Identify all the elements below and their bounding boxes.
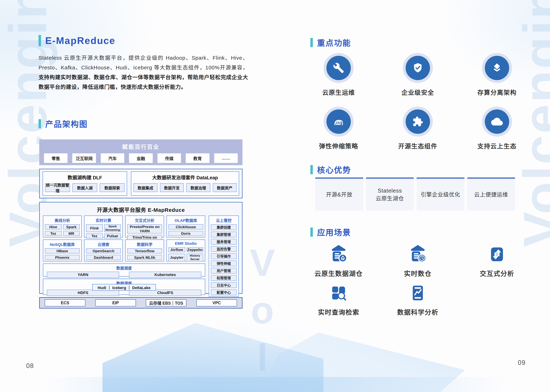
advantage-card: 开源&开放 [315, 177, 363, 210]
industries-band: 赋能百行百业 零售 泛互联网 汽车 金融 传媒 教育 …… [39, 140, 242, 165]
dlf-items: 统一元数据管理 数据入湖 数据探索 [45, 183, 125, 192]
architecture-heading: 产品架构图 [38, 118, 88, 129]
scenario-label: 实时查询检索 [318, 307, 359, 317]
table-format-chip: Hudi ｜ Iceberg ｜ DeltaLake [92, 284, 156, 291]
industry-item: 传媒 [158, 153, 181, 163]
component-chip: Zeppelin [187, 247, 203, 252]
emr-groups-row-2: NoSQL数据库 HBase Phoenix 云搜索 OpenSearch Da… [43, 239, 205, 261]
scenario-label: 实时数仓 [404, 268, 432, 278]
component-chip: OpenSearch [86, 248, 121, 253]
feature-elastic-scaling: 弹性伸缩策略 [299, 107, 378, 150]
product-intro: Stateless 云原生开源大数据平台，提供企业级的 Hadoop、Spark… [38, 53, 248, 92]
component-chip: Doris [168, 231, 203, 236]
intro-text-bold: 支持构建实时数据湖、数据仓库、湖仓一体等数据平台架构，帮助用户轻松完成企业大数据… [38, 74, 248, 90]
scheduling-box: 数据调度 YARN Kubernetes [43, 264, 205, 277]
component-chip: Airflow [168, 247, 185, 252]
dlf-item: 数据入湖 [72, 183, 97, 192]
scenarios-grid: 云原生数据湖仓 实时数仓 [299, 243, 536, 317]
group-title: EMR Studio [168, 241, 203, 246]
scenario-label: 交互式分析 [480, 268, 514, 278]
architecture-heading-text: 产品架构图 [45, 118, 88, 129]
scenarios-heading-text: 应用场景 [317, 226, 351, 238]
scenario-data-science: 数据科学分析 [378, 282, 457, 317]
nosql-database-group: NoSQL数据库 HBase Phoenix [43, 239, 82, 261]
feature-enterprise-security: 企业级安全 [378, 53, 457, 97]
dataleap-items: 数据集成 数据开发 数据治理 数据资产 [133, 183, 237, 192]
dataleap-item: 数据开发 [160, 183, 184, 192]
swap-arrows-icon [488, 245, 506, 264]
scheduling-title: 数据调度 [45, 265, 203, 271]
component-chip: Spark [63, 224, 80, 230]
component-chip: Kubernetes [129, 272, 201, 278]
warehouse-clock-icon [408, 244, 428, 264]
control-chip: 服务管理 [211, 239, 237, 245]
control-chip: 弹性伸缩 [211, 260, 237, 266]
cloud-icon [491, 116, 503, 127]
dataleap-item: 数据集成 [133, 183, 157, 192]
component-chip: MR [63, 231, 80, 236]
group-title: 实时计算 [86, 217, 121, 223]
component-chip: HBase [45, 248, 80, 253]
component-chip: Tez [86, 233, 103, 238]
product-title-heading: E-MapReduce [38, 35, 116, 46]
group-title: 交互式分析 [127, 217, 162, 223]
accent-bar-icon [310, 228, 313, 237]
data-tools-row: 数据湖构建 DLF 统一元数据管理 数据入湖 数据探索 大数据研发治理套件 Da… [39, 169, 242, 198]
group-title: OLAP数据库 [168, 217, 203, 223]
advantages-heading: 核心优势 [310, 164, 351, 175]
feature-open-source-ecosystem: 开源生态组件 [378, 107, 457, 150]
advantage-card: Stateless 云原生湖仓 [366, 177, 414, 210]
industries-row: 零售 泛互联网 汽车 金融 传媒 教育 …… [44, 153, 238, 163]
industry-item: 教育 [186, 153, 209, 163]
advantage-card: 引擎企业级优化 [417, 177, 464, 210]
features-heading: 重点功能 [310, 37, 351, 48]
feature-label: 弹性伸缩策略 [319, 141, 358, 150]
intro-text: Stateless 云原生开源大数据平台，提供企业级的 Hadoop、Spark… [38, 55, 248, 70]
spring-coil-icon [333, 116, 344, 127]
component-chip: Flink [86, 224, 103, 232]
dlf-title: 数据湖构建 DLF [45, 174, 125, 181]
control-chip: 日志中心 [211, 282, 237, 288]
component-chip: Phoenix [45, 255, 80, 260]
feature-label: 存算分离架构 [477, 88, 517, 97]
features-heading-text: 重点功能 [317, 37, 351, 48]
emr-body: 离线分析 Hive Spark Tez MR 实时计算 Flink [43, 216, 239, 297]
industry-item: …… [214, 153, 238, 163]
industries-band-title: 赋能百行百业 [39, 140, 242, 150]
industry-item: 金融 [129, 153, 152, 163]
feature-label: 支持云上生态 [477, 141, 517, 150]
scenario-realtime-warehouse: 实时数仓 [378, 243, 457, 278]
scenarios-heading: 应用场景 [310, 226, 351, 238]
group-title: NoSQL数据库 [45, 241, 80, 247]
cloud-control-title: 云上管控 [211, 217, 237, 223]
group-title: 数据科学 [127, 241, 162, 247]
scenario-cloud-native-lakehouse: 云原生数据湖仓 [299, 243, 378, 278]
dlf-item: 数据探索 [100, 183, 125, 192]
background-bottom-band [0, 377, 550, 392]
component-chip: Dashboard [86, 255, 121, 260]
component-chip: Spark MLlib [127, 255, 162, 260]
dataleap-box: 大数据研发治理套件 DataLeap 数据集成 数据开发 数据治理 数据资产 [131, 171, 239, 196]
control-chip: 引导操作 [211, 253, 237, 259]
puzzle-icon [412, 116, 423, 127]
accent-bar-icon [310, 38, 313, 47]
component-chip: Tensorflow [127, 248, 162, 253]
group-title: 云搜索 [86, 241, 121, 247]
olap-database-group: OLAP数据库 ClickHouse Doris [166, 216, 205, 237]
scenario-interactive-analysis: 交互式分析 [457, 243, 536, 278]
dlf-item: 统一元数据管理 [45, 183, 70, 192]
control-chip: 监控告警 [211, 246, 237, 252]
dataleap-item: 数据治理 [186, 183, 210, 192]
advantages-row: 开源&开放 Stateless 云原生湖仓 引擎企业级优化 云上便捷运维 [315, 177, 515, 210]
feature-label: 开源生态组件 [398, 141, 437, 150]
features-grid: 云原生运维 企业级安全 存算分离架构 弹性伸缩策略 开源生态组件 [299, 53, 536, 150]
page-number-left: 08 [26, 362, 34, 370]
accent-bar-icon [310, 165, 313, 174]
dataleap-title: 大数据研发治理套件 DataLeap [133, 174, 237, 181]
component-chip: Presto/Presto on YARN [127, 224, 162, 233]
interactive-analysis-group: 交互式分析 Presto/Presto on YARN Trino/Trino … [125, 216, 164, 237]
feature-storage-compute-separation: 存算分离架构 [457, 53, 536, 97]
component-chip: Pulsar [104, 233, 121, 238]
advantages-heading-text: 核心优势 [317, 164, 351, 175]
accent-bar-icon [38, 35, 41, 46]
